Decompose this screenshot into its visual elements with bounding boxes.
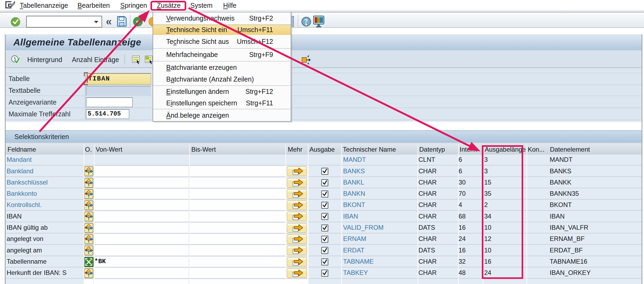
- svg-text:?: ?: [304, 18, 308, 25]
- svg-text:«: «: [136, 17, 140, 25]
